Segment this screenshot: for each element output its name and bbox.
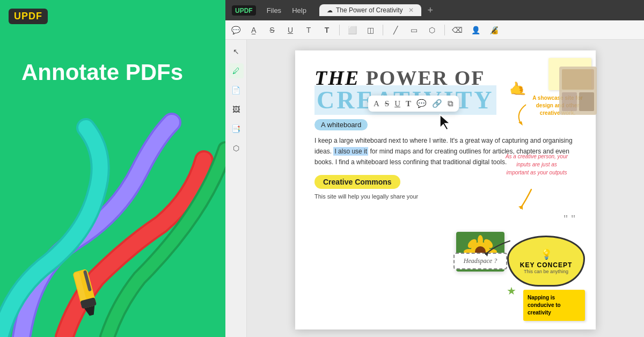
highlight-sidebar[interactable]: 🖊 [229,63,244,78]
updf-logo: UPDF [9,9,48,24]
key-concept-cloud: 💡 KEY CONCEPT This can be anything [507,236,585,287]
ann-copy-icon[interactable]: ⧉ [448,99,453,108]
annotate-title: Annotate PDFs [21,59,183,86]
eraser-tool[interactable]: ⌫ [451,24,463,36]
menu-bar: Files Help [262,5,311,16]
right-panel: UPDF Files Help ☁ The Power of Creativit… [225,0,644,337]
pdf-page: A S U T 💬 🔗 ⧉ THE POWER [295,50,596,329]
creative-commons-tag: Creative Commons [314,175,400,189]
svg-text:": " [571,214,575,225]
photo-collage [559,67,597,115]
ann-highlight-icon[interactable]: A [374,99,379,108]
body-text-3: This site will help you legally share yo… [314,193,576,200]
svg-rect-24 [579,92,594,111]
hand-wave-icon: 🤙 [508,79,528,98]
strikethrough-tool[interactable]: S [266,24,278,36]
text-tool[interactable]: T [303,24,314,36]
image-extract-tool[interactable]: ◫ [364,24,376,36]
stamp-tool[interactable]: 🔏 [488,24,500,36]
ann-underline-icon[interactable]: U [394,99,400,108]
app-logo-titlebar: UPDF [232,5,256,16]
annotation-toolbar-bar: 💬 A̲ S U T T ⬜ ◫ ╱ ▭ ⬡ ⌫ 👤 🔏 [225,20,644,40]
svg-text:": " [564,214,568,225]
toolbar-divider-2 [383,25,383,35]
cursor-tool-sidebar[interactable]: ↖ [229,44,244,59]
quote-marks: " " [564,214,580,225]
cursor-pointer [439,114,451,133]
viewer-area: ↖ 🖊 📄 🖼 📑 ⬡ A S U T 💬 🔗 ⧉ [225,40,644,337]
highlighted-text: I also use it [333,147,368,156]
type-tool[interactable]: T [321,24,333,36]
napping-sticky: Napping is conducive to creativity [523,290,585,321]
underline-tool[interactable]: U [284,24,296,36]
svg-rect-23 [562,92,577,111]
decorative-tubes [0,106,225,337]
svg-rect-22 [562,69,594,90]
svg-point-8 [478,235,483,246]
layers-sidebar[interactable]: ⬡ [229,141,244,156]
bulb-icon: 💡 [540,248,552,260]
toolbar-divider-3 [444,25,445,35]
image-crop-tool[interactable]: ⬜ [346,24,358,36]
shape-tool[interactable]: ⬡ [426,24,438,36]
page-sidebar[interactable]: 📑 [229,121,244,136]
creative-person-text: As a creative person, your inputs are ju… [504,152,569,177]
arrow-deco-2 [515,187,537,214]
textbox-sidebar[interactable]: 📄 [229,83,244,98]
rectangle-tool[interactable]: ▭ [408,24,420,36]
ann-comment-icon[interactable]: 💬 [416,99,427,108]
user-tool[interactable]: 👤 [470,24,481,36]
toolbar-divider-1 [339,25,340,35]
menu-files[interactable]: Files [262,5,286,16]
key-concept-title: KEY CONCEPT [520,261,572,269]
menu-help[interactable]: Help [288,5,311,16]
image-sidebar[interactable]: 🖼 [229,102,244,117]
title-bar: UPDF Files Help ☁ The Power of Creativit… [225,0,644,20]
highlight-tool[interactable]: A̲ [248,24,260,36]
whiteboard-tag: A whiteboard [314,119,368,130]
arrow-deco-1 [510,102,531,129]
arrow-deco-3 [483,238,515,260]
document-tab[interactable]: ☁ The Power of Creativity ✕ [319,4,421,16]
pdf-content-area: A S U T 💬 🔗 ⧉ THE POWER [247,40,644,337]
ann-text-icon[interactable]: T [406,99,411,108]
left-panel: UPDF Annotate PDFs [0,0,225,337]
svg-marker-17 [518,206,523,210]
floating-annotation-toolbar[interactable]: A S U T 💬 🔗 ⧉ [368,96,459,112]
ann-link-icon[interactable]: 🔗 [432,99,442,108]
ann-strike-icon[interactable]: S [385,99,389,108]
comment-tool[interactable]: 💬 [230,24,241,36]
svg-marker-18 [484,252,488,257]
left-sidebar: ↖ 🖊 📄 🖼 📑 ⬡ [225,40,247,337]
line-tool[interactable]: ╱ [390,24,401,36]
key-concept-sub: This can be anything [524,269,568,274]
new-tab-button[interactable]: + [428,5,434,16]
star-deco: ★ [507,284,516,297]
svg-marker-16 [518,121,523,126]
